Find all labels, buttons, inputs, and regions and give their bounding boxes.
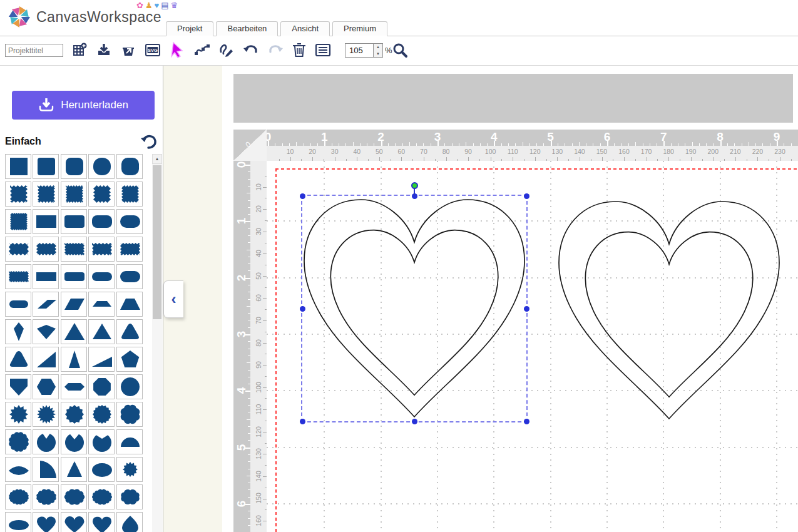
shape-cell-stamp-square-5[interactable] xyxy=(116,182,143,207)
tab-premium[interactable]: Premium xyxy=(332,21,387,36)
zoom-decrease-button[interactable]: ▼ xyxy=(374,51,382,58)
shape-cell-circle[interactable] xyxy=(116,374,143,399)
shape-cell-stamp-rect-1[interactable] xyxy=(5,237,31,262)
selection-handle[interactable] xyxy=(412,419,417,424)
select-tool-button[interactable] xyxy=(170,41,186,59)
shape-cell-stamp-square-fine[interactable] xyxy=(5,209,31,234)
shape-cell-kite[interactable] xyxy=(5,319,31,344)
download-button[interactable]: Herunterladen xyxy=(12,91,155,120)
selection-handle[interactable] xyxy=(300,419,305,424)
rotate-handle[interactable] xyxy=(411,182,418,189)
shape-cell-parallelogram[interactable] xyxy=(61,292,87,317)
shape-cell-pac-notch-deep[interactable] xyxy=(61,429,87,454)
scrollbar-up-button[interactable]: ▲ xyxy=(152,154,162,164)
shape-cell-scallop-ellipse-5[interactable] xyxy=(116,484,143,509)
shape-cell-triangle[interactable] xyxy=(88,319,115,344)
shape-cell-scallop-ellipse-4[interactable] xyxy=(88,484,115,509)
properties-button[interactable] xyxy=(315,41,331,59)
tab-projekt[interactable]: Projekt xyxy=(166,21,213,36)
export-mat-button[interactable] xyxy=(120,41,136,59)
shape-cell-quarter-circle[interactable] xyxy=(33,457,59,482)
shape-cell-pac-notch-wide[interactable] xyxy=(88,429,115,454)
shape-cell-right-triangle-low[interactable] xyxy=(88,347,115,372)
shape-cell-rounded-rect-l[interactable] xyxy=(116,209,143,234)
shape-cell-scallop-ellipse-3[interactable] xyxy=(61,484,87,509)
shape-cell-hexagon[interactable] xyxy=(33,374,59,399)
node-edit-button[interactable] xyxy=(194,41,210,59)
shape-cell-stamp-rect-3[interactable] xyxy=(61,237,87,262)
shape-cell-parallelogram-thin[interactable] xyxy=(33,292,59,317)
shape-cell-triangle-rounded-2[interactable] xyxy=(5,347,31,372)
scrollbar-thumb[interactable] xyxy=(153,165,161,319)
canvas-area[interactable]: 0123456789 10203040506070809010011012013… xyxy=(222,66,798,532)
shape-cell-rect-thin[interactable] xyxy=(33,264,59,289)
shape-cell-heart-round[interactable] xyxy=(61,512,87,532)
shape-cell-triangle-tall[interactable] xyxy=(61,319,87,344)
shape-cell-octagon[interactable] xyxy=(88,374,115,399)
shape-cell-seal-16[interactable] xyxy=(88,402,115,427)
shape-cell-flower-8[interactable] xyxy=(116,402,143,427)
sidebar-scrollbar[interactable]: ▲ xyxy=(152,154,162,532)
zoom-increase-button[interactable]: ▲ xyxy=(374,44,382,51)
zoom-value-input[interactable]: 105 xyxy=(345,43,374,58)
shape-cell-stamp-square-4[interactable] xyxy=(88,182,115,207)
shape-cell-stamp-rect-2[interactable] xyxy=(33,237,59,262)
tab-ansicht[interactable]: Ansicht xyxy=(280,21,330,36)
shape-cell-pac-notch[interactable] xyxy=(33,429,59,454)
shape-cell-stamp-square-2[interactable] xyxy=(33,182,59,207)
shape-cell-rounded-square-s[interactable] xyxy=(33,154,59,179)
shape-cell-capsule-thin[interactable] xyxy=(88,264,115,289)
shape-cell-scallop-circle[interactable] xyxy=(5,429,31,454)
shape-cell-spade[interactable] xyxy=(116,512,143,532)
shape-cell-shield[interactable] xyxy=(5,374,31,399)
shape-cell-square[interactable] xyxy=(5,154,31,179)
shape-cell-capsule[interactable] xyxy=(116,264,143,289)
shape-cell-rounded-rect-thin[interactable] xyxy=(61,264,87,289)
shape-cell-star-12-small[interactable] xyxy=(116,457,143,482)
shape-cell-rectangle[interactable] xyxy=(33,209,59,234)
tab-bearbeiten[interactable]: Bearbeiten xyxy=(216,21,278,36)
selection-handle[interactable] xyxy=(524,193,529,199)
shape-cell-triangle-narrow[interactable] xyxy=(61,347,87,372)
redo-button[interactable] xyxy=(267,41,284,59)
selection-handle[interactable] xyxy=(300,306,305,312)
shape-cell-stamp-rect-5[interactable] xyxy=(116,237,143,262)
shape-cell-star-12[interactable] xyxy=(5,402,31,427)
zoom-search-button[interactable] xyxy=(392,41,408,59)
draw-path-button[interactable] xyxy=(218,41,235,59)
import-button[interactable] xyxy=(96,41,112,59)
shape-cell-rounded-square-xl[interactable] xyxy=(116,154,143,179)
shape-cell-pill[interactable] xyxy=(5,292,31,317)
shape-cell-semicircle[interactable] xyxy=(116,429,143,454)
shape-cell-trapezoid-thin[interactable] xyxy=(88,292,115,317)
shape-cell-seal-12[interactable] xyxy=(61,402,87,427)
new-project-button[interactable] xyxy=(71,41,88,59)
shape-cell-stamp-rect-fine[interactable] xyxy=(5,264,31,289)
shape-cell-ellipse-thin[interactable] xyxy=(5,512,31,532)
shape-cell-star-16[interactable] xyxy=(33,402,59,427)
shape-cell-rounded-square-l[interactable] xyxy=(88,154,115,179)
shape-cell-rounded-rect-s[interactable] xyxy=(61,209,87,234)
shape-cell-rounded-rect-m[interactable] xyxy=(88,209,115,234)
shape-cell-ellipse[interactable] xyxy=(88,457,115,482)
shape-cell-scallop-ellipse-1[interactable] xyxy=(5,484,31,509)
selection-handle[interactable] xyxy=(524,419,529,424)
delete-button[interactable] xyxy=(291,41,307,59)
shape-cell-hexagon-thin[interactable] xyxy=(61,374,87,399)
shape-cell-heart-scallop[interactable] xyxy=(88,512,115,532)
collapse-panel-button[interactable]: ‹ xyxy=(163,280,183,318)
shape-cell-scallop-ellipse-2[interactable] xyxy=(33,484,59,509)
shape-cell-right-triangle[interactable] xyxy=(33,347,59,372)
shape-cell-pentagon[interactable] xyxy=(116,347,143,372)
back-undo-icon[interactable] xyxy=(140,133,158,150)
shape-cell-stamp-square-1[interactable] xyxy=(5,182,31,207)
shape-cell-heart[interactable] xyxy=(33,512,59,532)
shape-cell-kite-wide[interactable] xyxy=(33,319,59,344)
selection-handle[interactable] xyxy=(300,193,305,199)
shape-cell-rounded-square-m[interactable] xyxy=(61,154,87,179)
shape-cell-stamp-square-3[interactable] xyxy=(61,182,87,207)
selection-handle[interactable] xyxy=(524,306,529,312)
shape-cell-trapezoid[interactable] xyxy=(116,292,143,317)
undo-button[interactable] xyxy=(243,41,259,59)
shape-cell-lens[interactable] xyxy=(5,457,31,482)
